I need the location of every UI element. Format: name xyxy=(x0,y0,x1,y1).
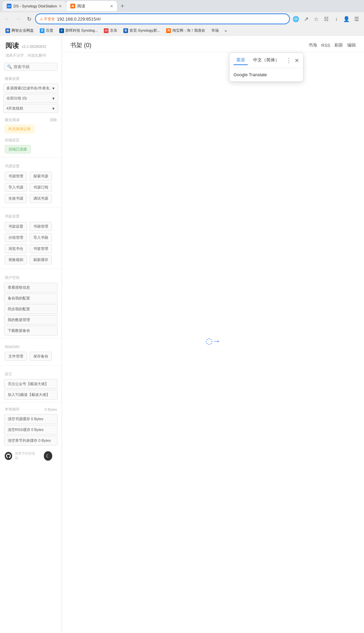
backend-status-badge[interactable]: 后端已连接 xyxy=(5,145,31,153)
threads-label: 4开发线程 xyxy=(6,106,23,111)
bookmark-button[interactable]: ☆ xyxy=(311,14,321,24)
clear-source-cache-label: 清空书源缓存 xyxy=(8,417,30,421)
clear-rss-cache-btn[interactable]: 清空RSS缓存 0 Bytes xyxy=(4,425,58,435)
bookmark-jd[interactable]: JD 京东 xyxy=(101,27,120,34)
action-refresh[interactable]: 刷新 xyxy=(334,42,343,48)
sync-config-btn[interactable]: 同步我的配置 xyxy=(4,304,58,314)
main-body: ◌→ xyxy=(62,52,364,629)
tab-bar: DS DS - Synology DiskStation × 阅 阅读 × + xyxy=(0,0,364,12)
save-backup-btn[interactable]: 保存备份 xyxy=(30,352,52,361)
new-tab-button[interactable]: + xyxy=(118,1,127,11)
google-translate-link[interactable]: Google Translate xyxy=(234,72,267,77)
sidebar-toggle[interactable]: ☵ xyxy=(322,14,331,24)
clear-chapter-cache-value: 0 Bytes xyxy=(38,438,51,442)
divider-5 xyxy=(0,365,62,366)
clear-chapter-cache-btn[interactable]: 清空章节列表缓存 0 Bytes xyxy=(4,436,58,445)
app-version: v3.2-08280832 xyxy=(22,45,46,49)
browse-shelf-btn[interactable]: 浏览书仓 xyxy=(5,244,27,253)
source-debug-btn[interactable]: 调试书源 xyxy=(30,194,52,203)
join-tg-btn[interactable]: 加入TG频道【截读大佬】 xyxy=(4,390,58,400)
bottom-row: 清章节内容缓存 ☾ xyxy=(0,447,62,465)
follow-public-btn[interactable]: 关注公众号【截读大佬】 xyxy=(4,379,58,389)
nav-bar: ← → ↻ ⚠ 不安全 🌐 ↗ ☆ ☵ ↓ 👤 ☰ xyxy=(0,12,364,26)
tab-read-close[interactable]: × xyxy=(110,3,113,9)
tab-ds[interactable]: DS DS - Synology DiskStation × xyxy=(3,1,66,11)
bookmarks-overflow[interactable]: » xyxy=(222,28,230,33)
back-button[interactable]: ← xyxy=(3,14,12,24)
file-manage-btn[interactable]: 文件管理 xyxy=(5,352,27,361)
tab-read[interactable]: 阅 阅读 × xyxy=(66,1,117,11)
section-other: 其它 xyxy=(0,368,62,378)
clear-chapter-cache-label: 清空章节列表缓存 xyxy=(8,438,37,442)
action-shushai[interactable]: 书海 xyxy=(308,42,317,48)
refresh-cache-btn[interactable]: 刷新缓存 xyxy=(30,255,52,264)
bookmark-synology2[interactable]: 首 首页-Synology群... xyxy=(121,27,163,34)
search-icon: 🔍 xyxy=(7,64,12,69)
bookmark-enterprise-label: 腾智企业网盘 xyxy=(11,28,34,33)
replace-rules-btn[interactable]: 替换规则 xyxy=(5,255,27,264)
divider-6 xyxy=(0,402,62,403)
groups-label: 全部分组 (0) xyxy=(6,96,27,101)
section-shelf: 书架设置 xyxy=(0,210,62,220)
bookmark-market[interactable]: 市场 xyxy=(209,27,221,34)
bookmark-baidu-label: 百度 xyxy=(46,28,53,33)
bookmark-baidu-icon: 百 xyxy=(40,28,44,33)
security-icon: ⚠ 不安全 xyxy=(40,17,55,22)
loading-indicator: ◌→ xyxy=(206,336,221,346)
source-import-btn[interactable]: 导入书源 xyxy=(5,183,27,192)
address-input[interactable] xyxy=(57,17,285,22)
my-data-btn[interactable]: 我的数据管理 xyxy=(4,315,58,325)
dark-mode-btn[interactable]: ☾ xyxy=(44,451,52,461)
account-button[interactable]: 👤 xyxy=(342,14,351,24)
share-button[interactable]: ↗ xyxy=(301,14,311,24)
shelf-btn-group: 书架设置 书籍管理 分组管理 导入书籍 浏览书仓 书签管理 替换规则 刷新缓存 xyxy=(0,220,62,266)
import-shelf-btn[interactable]: 导入书籍 xyxy=(30,233,52,242)
search-filter-dropdown[interactable]: 多源搜索(过滤书名/作者名; ▼ xyxy=(3,84,58,93)
tab-ds-close[interactable]: × xyxy=(59,3,62,9)
recent-empty-badge: 尚无阅读记录 xyxy=(5,125,34,133)
translate-button[interactable]: 🌐 xyxy=(291,14,301,24)
groups-chevron: ▼ xyxy=(52,96,55,100)
address-bar-wrap: ⚠ 不安全 xyxy=(35,13,290,24)
bookmark-baidu[interactable]: 百 百度 xyxy=(37,27,56,34)
source-manage-btn[interactable]: 书源管理 xyxy=(5,172,27,181)
recent-clear-btn[interactable]: 清除 xyxy=(50,117,57,122)
translate-popup-body: Google Translate xyxy=(230,68,303,81)
bookmark-enterprise[interactable]: 🏠 腾智企业网盘 xyxy=(3,27,36,34)
translate-popup: 英语 中文（简体） ⋮ ✕ Google Translate xyxy=(229,53,303,82)
sidebar-motto: 清风不识字，何故乱翻书 xyxy=(0,52,62,61)
bookmark-manage-btn[interactable]: 书签管理 xyxy=(30,244,52,253)
source-subscribe-btn[interactable]: 书源订阅 xyxy=(30,183,52,192)
bookmark-synology-label: 群晖科技 Synolog... xyxy=(65,28,98,33)
threads-dropdown[interactable]: 4开发线程 ▼ xyxy=(3,104,58,113)
source-invalid-btn[interactable]: 失效书源 xyxy=(5,194,27,203)
bookmark-synology[interactable]: S 群晖科技 Synolog... xyxy=(57,27,100,34)
main-header: 书架 (0) 书海 RSS 刷新 编辑 xyxy=(62,36,364,52)
backup-config-btn[interactable]: 备份我的配置 xyxy=(4,293,58,303)
main-content: 书架 (0) 书海 RSS 刷新 编辑 ◌→ 英语 中文（简体） ⋮ ✕ Goo… xyxy=(62,36,364,633)
forward-button[interactable]: → xyxy=(13,14,23,24)
reload-button[interactable]: ↻ xyxy=(24,14,34,24)
search-box[interactable]: 🔍 xyxy=(4,63,58,71)
groups-dropdown[interactable]: 全部分组 (0) ▼ xyxy=(3,94,58,103)
translate-tab-chinese[interactable]: 中文（简体） xyxy=(250,56,282,65)
action-rss[interactable]: RSS xyxy=(321,43,330,48)
group-manage-btn[interactable]: 分组管理 xyxy=(5,233,27,242)
shelf-manage-btn[interactable]: 书籍管理 xyxy=(30,222,52,231)
github-button[interactable] xyxy=(5,452,12,460)
clear-source-cache-btn[interactable]: 清空书源缓存 0 Bytes xyxy=(4,414,58,424)
divider-2 xyxy=(0,207,62,208)
search-input[interactable] xyxy=(13,64,55,69)
source-explore-btn[interactable]: 探索书源 xyxy=(30,172,52,181)
bookmark-taobao[interactable]: 淘 淘宝网 - 淘！我喜欢 xyxy=(163,27,208,34)
translate-tab-english[interactable]: 英语 xyxy=(234,56,248,65)
translate-close-btn[interactable]: ✕ xyxy=(295,57,299,64)
check-auth-btn[interactable]: 查看授权信息 xyxy=(4,283,58,292)
extension-button[interactable]: ☰ xyxy=(352,14,361,24)
shelf-settings-btn[interactable]: 书架设置 xyxy=(5,222,27,231)
download-button[interactable]: ↓ xyxy=(332,14,341,24)
translate-menu-btn[interactable]: ⋮ xyxy=(286,57,292,64)
bookmark-enterprise-icon: 🏠 xyxy=(5,28,10,33)
action-edit[interactable]: 编辑 xyxy=(347,42,356,48)
download-backup-btn[interactable]: 下载数据备份 xyxy=(4,326,58,336)
